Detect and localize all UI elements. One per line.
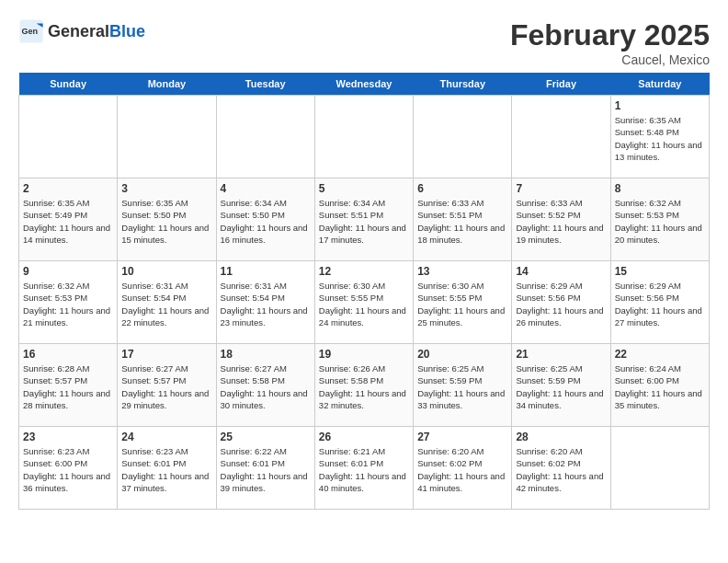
- cell-info: Sunrise: 6:29 AM Sunset: 5:56 PM Dayligh…: [615, 280, 705, 328]
- week-row-2: 2Sunrise: 6:35 AM Sunset: 5:49 PM Daylig…: [19, 178, 710, 261]
- svg-text:Gen: Gen: [22, 27, 39, 36]
- cell-info: Sunrise: 6:27 AM Sunset: 5:57 PM Dayligh…: [121, 362, 211, 411]
- cell-info: Sunrise: 6:26 AM Sunset: 5:58 PM Dayligh…: [319, 362, 409, 411]
- calendar-cell: 26Sunrise: 6:21 AM Sunset: 6:01 PM Dayli…: [314, 427, 413, 510]
- calendar-cell: 14Sunrise: 6:29 AM Sunset: 5:56 PM Dayli…: [512, 261, 610, 344]
- day-number: 14: [516, 265, 606, 278]
- cell-info: Sunrise: 6:25 AM Sunset: 5:59 PM Dayligh…: [417, 362, 507, 411]
- cell-info: Sunrise: 6:35 AM Sunset: 5:48 PM Dayligh…: [615, 114, 705, 163]
- cell-info: Sunrise: 6:23 AM Sunset: 6:01 PM Dayligh…: [121, 445, 211, 494]
- calendar-cell: 23Sunrise: 6:23 AM Sunset: 6:00 PM Dayli…: [19, 427, 118, 510]
- calendar-cell: 17Sunrise: 6:27 AM Sunset: 5:57 PM Dayli…: [118, 344, 216, 427]
- day-header-monday: Monday: [118, 73, 216, 96]
- day-number: 27: [417, 431, 507, 443]
- day-number: 24: [121, 431, 211, 443]
- cell-info: Sunrise: 6:20 AM Sunset: 6:02 PM Dayligh…: [417, 445, 507, 494]
- day-number: 3: [121, 182, 211, 195]
- cell-info: Sunrise: 6:25 AM Sunset: 5:59 PM Dayligh…: [516, 362, 606, 411]
- month-title: February 2025: [510, 18, 710, 52]
- calendar-cell: 12Sunrise: 6:30 AM Sunset: 5:55 PM Dayli…: [314, 261, 413, 344]
- calendar-cell: 9Sunrise: 6:32 AM Sunset: 5:53 PM Daylig…: [19, 261, 118, 344]
- day-number: 15: [615, 265, 705, 278]
- day-number: 5: [319, 182, 409, 195]
- title-area: February 2025 Caucel, Mexico: [510, 18, 710, 67]
- cell-info: Sunrise: 6:21 AM Sunset: 6:01 PM Dayligh…: [319, 445, 409, 494]
- calendar-cell: 22Sunrise: 6:24 AM Sunset: 6:00 PM Dayli…: [610, 344, 709, 427]
- day-number: 8: [615, 182, 705, 195]
- calendar-cell: [512, 96, 610, 178]
- calendar-cell: 7Sunrise: 6:33 AM Sunset: 5:52 PM Daylig…: [512, 178, 610, 261]
- calendar-cell: 8Sunrise: 6:32 AM Sunset: 5:53 PM Daylig…: [610, 178, 709, 261]
- day-number: 2: [23, 182, 113, 195]
- day-number: 23: [23, 431, 113, 443]
- cell-info: Sunrise: 6:34 AM Sunset: 5:51 PM Dayligh…: [319, 197, 409, 246]
- day-header-tuesday: Tuesday: [216, 73, 314, 96]
- week-row-5: 23Sunrise: 6:23 AM Sunset: 6:00 PM Dayli…: [19, 427, 710, 510]
- calendar-cell: 5Sunrise: 6:34 AM Sunset: 5:51 PM Daylig…: [314, 178, 413, 261]
- day-number: 1: [615, 99, 705, 112]
- week-row-4: 16Sunrise: 6:28 AM Sunset: 5:57 PM Dayli…: [19, 344, 710, 427]
- calendar-cell: 24Sunrise: 6:23 AM Sunset: 6:01 PM Dayli…: [118, 427, 216, 510]
- header: Gen GeneralBlue February 2025 Caucel, Me…: [18, 18, 710, 67]
- calendar-cell: 18Sunrise: 6:27 AM Sunset: 5:58 PM Dayli…: [216, 344, 314, 427]
- cell-info: Sunrise: 6:22 AM Sunset: 6:01 PM Dayligh…: [221, 445, 311, 494]
- cell-info: Sunrise: 6:30 AM Sunset: 5:55 PM Dayligh…: [417, 280, 507, 328]
- day-number: 9: [23, 265, 113, 278]
- logo-icon: Gen: [18, 18, 44, 44]
- week-row-3: 9Sunrise: 6:32 AM Sunset: 5:53 PM Daylig…: [19, 261, 710, 344]
- cell-info: Sunrise: 6:33 AM Sunset: 5:52 PM Dayligh…: [516, 197, 606, 246]
- cell-info: Sunrise: 6:31 AM Sunset: 5:54 PM Dayligh…: [221, 280, 311, 328]
- calendar-cell: [314, 96, 413, 178]
- day-number: 16: [23, 348, 113, 361]
- cell-info: Sunrise: 6:34 AM Sunset: 5:50 PM Dayligh…: [221, 197, 311, 246]
- day-number: 21: [516, 348, 606, 361]
- day-number: 4: [221, 182, 311, 195]
- calendar-cell: [118, 96, 216, 178]
- calendar-cell: 21Sunrise: 6:25 AM Sunset: 5:59 PM Dayli…: [512, 344, 610, 427]
- logo: Gen GeneralBlue: [18, 18, 145, 44]
- calendar-cell: [216, 96, 314, 178]
- day-header-friday: Friday: [512, 73, 610, 96]
- logo-blue: Blue: [109, 22, 145, 40]
- calendar-cell: 3Sunrise: 6:35 AM Sunset: 5:50 PM Daylig…: [118, 178, 216, 261]
- calendar-cell: [610, 427, 709, 510]
- calendar-cell: 11Sunrise: 6:31 AM Sunset: 5:54 PM Dayli…: [216, 261, 314, 344]
- day-number: 28: [516, 431, 606, 443]
- cell-info: Sunrise: 6:32 AM Sunset: 5:53 PM Dayligh…: [23, 280, 113, 328]
- day-number: 19: [319, 348, 409, 361]
- calendar-cell: 2Sunrise: 6:35 AM Sunset: 5:49 PM Daylig…: [19, 178, 118, 261]
- day-header-saturday: Saturday: [610, 73, 709, 96]
- day-number: 13: [417, 265, 507, 278]
- day-header-sunday: Sunday: [19, 73, 118, 96]
- calendar-cell: 4Sunrise: 6:34 AM Sunset: 5:50 PM Daylig…: [216, 178, 314, 261]
- day-header-wednesday: Wednesday: [314, 73, 413, 96]
- day-number: 12: [319, 265, 409, 278]
- calendar-cell: 16Sunrise: 6:28 AM Sunset: 5:57 PM Dayli…: [19, 344, 118, 427]
- calendar-cell: 1Sunrise: 6:35 AM Sunset: 5:48 PM Daylig…: [610, 96, 709, 178]
- logo-general: General: [48, 22, 109, 40]
- cell-info: Sunrise: 6:27 AM Sunset: 5:58 PM Dayligh…: [221, 362, 311, 411]
- calendar-table: SundayMondayTuesdayWednesdayThursdayFrid…: [18, 73, 710, 510]
- calendar-header-row: SundayMondayTuesdayWednesdayThursdayFrid…: [19, 73, 710, 96]
- week-row-1: 1Sunrise: 6:35 AM Sunset: 5:48 PM Daylig…: [19, 96, 710, 178]
- calendar-cell: [19, 96, 118, 178]
- calendar-cell: 15Sunrise: 6:29 AM Sunset: 5:56 PM Dayli…: [610, 261, 709, 344]
- calendar-cell: 20Sunrise: 6:25 AM Sunset: 5:59 PM Dayli…: [414, 344, 512, 427]
- cell-info: Sunrise: 6:30 AM Sunset: 5:55 PM Dayligh…: [319, 280, 409, 328]
- cell-info: Sunrise: 6:32 AM Sunset: 5:53 PM Dayligh…: [615, 197, 705, 246]
- calendar-cell: 25Sunrise: 6:22 AM Sunset: 6:01 PM Dayli…: [216, 427, 314, 510]
- cell-info: Sunrise: 6:24 AM Sunset: 6:00 PM Dayligh…: [615, 362, 705, 411]
- logo-text: GeneralBlue: [48, 22, 145, 41]
- calendar-cell: 10Sunrise: 6:31 AM Sunset: 5:54 PM Dayli…: [118, 261, 216, 344]
- day-number: 18: [221, 348, 311, 361]
- day-number: 10: [121, 265, 211, 278]
- calendar-cell: [414, 96, 512, 178]
- location-subtitle: Caucel, Mexico: [510, 52, 710, 67]
- day-number: 22: [615, 348, 705, 361]
- day-number: 25: [221, 431, 311, 443]
- calendar-cell: 6Sunrise: 6:33 AM Sunset: 5:51 PM Daylig…: [414, 178, 512, 261]
- cell-info: Sunrise: 6:35 AM Sunset: 5:49 PM Dayligh…: [23, 197, 113, 246]
- day-number: 11: [221, 265, 311, 278]
- calendar-cell: 27Sunrise: 6:20 AM Sunset: 6:02 PM Dayli…: [414, 427, 512, 510]
- day-number: 20: [417, 348, 507, 361]
